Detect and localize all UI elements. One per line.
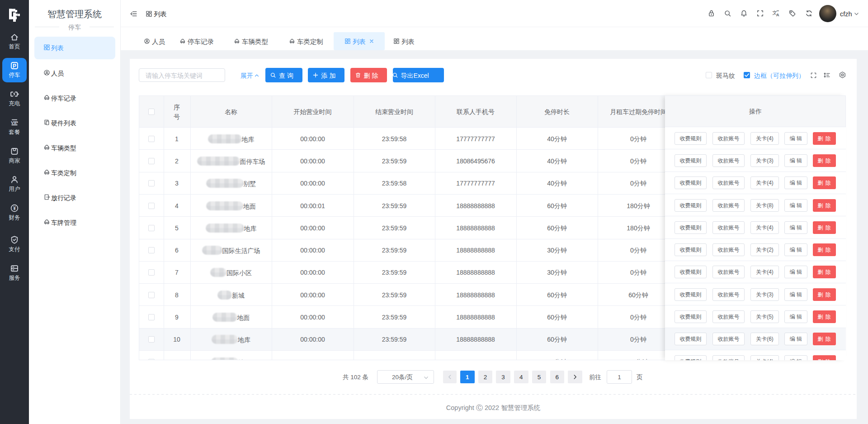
svg-text:A: A	[776, 13, 779, 17]
svg-text:P: P	[13, 63, 16, 69]
svg-text:VIP: VIP	[11, 120, 18, 125]
svg-text:¥: ¥	[13, 206, 16, 211]
